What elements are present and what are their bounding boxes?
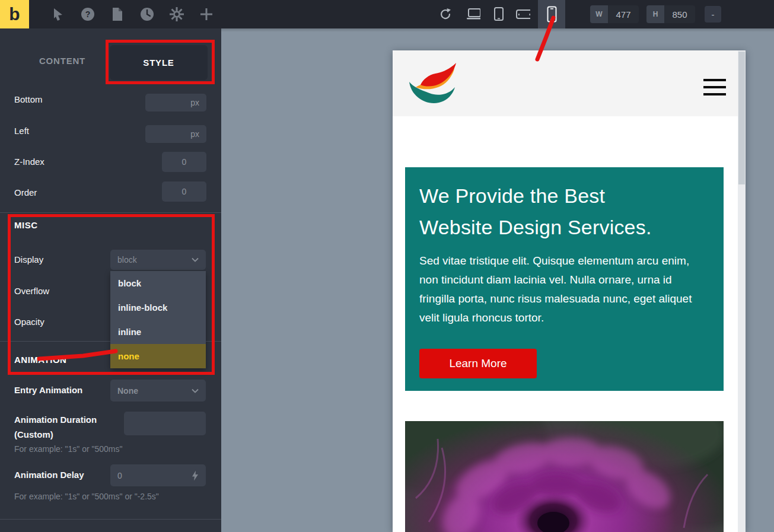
tablet-icon[interactable]: [492, 7, 506, 21]
tab-content[interactable]: CONTENT: [24, 56, 101, 66]
left-label: Left: [14, 126, 29, 136]
phone-portrait-icon[interactable]: [538, 0, 565, 28]
height-label: H: [646, 5, 664, 23]
device-height-field[interactable]: H 850: [646, 5, 695, 23]
animation-delay-field[interactable]: [110, 464, 206, 486]
pages-icon[interactable]: [110, 7, 125, 21]
top-toolbar: b ? W 477 H 850: [0, 0, 774, 28]
entry-animation-value: None: [117, 386, 138, 396]
learn-more-button[interactable]: Learn More: [419, 349, 537, 378]
zindex-input[interactable]: [162, 152, 206, 172]
display-value: block: [117, 255, 137, 265]
brand-logo[interactable]: [405, 60, 457, 107]
option-inline[interactable]: inline: [110, 320, 206, 344]
entry-animation-select[interactable]: None: [110, 380, 206, 402]
display-dropdown-menu: block inline-block inline none: [110, 271, 206, 368]
bottom-label: Bottom: [14, 94, 43, 104]
order-input[interactable]: [162, 181, 206, 202]
hero-heading: We Provide the Best Website Design Servi…: [419, 180, 704, 243]
option-none[interactable]: none: [110, 344, 206, 368]
divider: [0, 212, 221, 213]
animation-duration-input[interactable]: [124, 412, 206, 435]
hero-paragraph: Sed vitae tristique elit. Quisque elemen…: [419, 251, 710, 327]
refresh-icon[interactable]: [438, 7, 453, 21]
brizy-logo[interactable]: b: [0, 0, 29, 28]
overflow-label: Overflow: [14, 286, 49, 296]
tab-style[interactable]: STYLE: [110, 45, 208, 80]
bottom-input[interactable]: [145, 94, 206, 112]
width-value[interactable]: 477: [608, 5, 639, 23]
option-inline-block[interactable]: inline-block: [110, 295, 206, 320]
history-icon[interactable]: [140, 7, 154, 21]
preview-scrollbar[interactable]: [738, 50, 746, 532]
desktop-icon[interactable]: [466, 7, 480, 21]
option-block[interactable]: block: [110, 271, 206, 295]
display-label: Display: [14, 254, 43, 265]
phone-landscape-icon[interactable]: [516, 7, 530, 21]
cabbage-photo: [405, 421, 724, 532]
divider: [0, 519, 221, 520]
editor-canvas: We Provide the Best Website Design Servi…: [221, 28, 774, 532]
cursor-icon[interactable]: [51, 7, 65, 21]
help-icon[interactable]: ?: [81, 7, 95, 21]
svg-text:?: ?: [85, 9, 91, 19]
zindex-label: Z-Index: [14, 157, 44, 167]
chevron-down-icon: [192, 257, 199, 262]
left-input[interactable]: [145, 125, 206, 143]
scrollbar-thumb[interactable]: [738, 52, 745, 184]
width-label: W: [590, 5, 608, 23]
lightning-bolt-icon[interactable]: [192, 470, 199, 480]
animation-duration-label: Animation Duration (Custom): [14, 412, 118, 442]
style-settings-sidebar: CONTENT STYLE Bottom Left Z-Index Order …: [0, 28, 221, 532]
misc-heading: MISC: [14, 220, 38, 230]
order-label: Order: [14, 187, 37, 197]
height-value[interactable]: 850: [664, 5, 695, 23]
settings-icon[interactable]: [170, 7, 184, 21]
hero-section: We Provide the Best Website Design Servi…: [405, 167, 724, 391]
opacity-label: Opacity: [14, 317, 44, 327]
display-select[interactable]: block: [110, 250, 206, 270]
duration-hint: For example: "1s" or "500ms": [14, 444, 123, 454]
chevron-down-icon: [192, 388, 199, 393]
animation-heading: ANIMATION: [14, 355, 66, 365]
animation-delay-label: Animation Delay: [14, 470, 84, 480]
device-width-field[interactable]: W 477: [590, 5, 639, 23]
delay-hint: For example: "1s" or "500ms" or "-2.5s": [14, 492, 159, 501]
entry-animation-label: Entry Animation: [14, 385, 82, 395]
mobile-preview-frame: We Provide the Best Website Design Servi…: [393, 50, 746, 532]
collapse-button[interactable]: -: [705, 6, 721, 23]
preview-site-header: [393, 50, 746, 116]
hamburger-menu-icon[interactable]: [703, 79, 726, 95]
add-icon[interactable]: [199, 7, 214, 21]
